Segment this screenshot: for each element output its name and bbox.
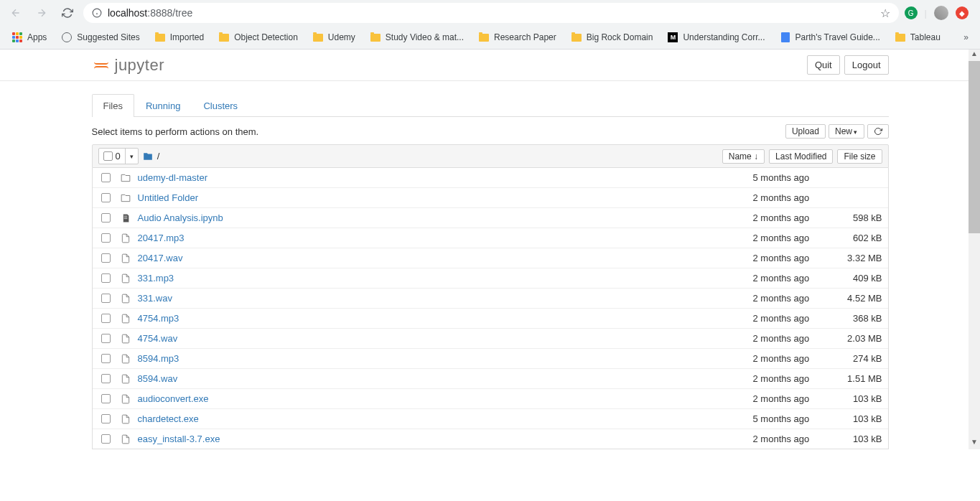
bookmark-item[interactable]: Parth's Travel Guide...	[774, 29, 886, 46]
bookmark-label: Udemy	[328, 32, 355, 42]
row-checkbox[interactable]	[101, 193, 111, 202]
row-checkbox[interactable]	[101, 273, 111, 283]
file-icon	[121, 374, 131, 384]
file-name-link[interactable]: Audio Analysis.ipynb	[138, 212, 746, 223]
toolbar-extensions: G | ◆	[905, 6, 974, 20]
bookmark-label: Big Rock Domain	[587, 32, 653, 42]
file-name-link[interactable]: 331.wav	[138, 293, 746, 304]
file-row: 4754.mp32 months ago368 kB	[93, 309, 888, 329]
file-name-link[interactable]: 8594.wav	[138, 373, 746, 384]
profile-avatar[interactable]	[934, 6, 948, 20]
file-size: 103 kB	[832, 393, 882, 404]
file-modified: 2 months ago	[753, 313, 825, 324]
bookmark-item[interactable]: Imported	[149, 29, 210, 46]
row-checkbox[interactable]	[101, 233, 111, 243]
select-all-checkbox[interactable]	[103, 151, 113, 161]
tab-running[interactable]: Running	[134, 94, 192, 117]
row-checkbox[interactable]	[101, 253, 111, 263]
bookmark-item[interactable]: Apps	[6, 29, 52, 46]
bookmark-label: Understanding Corr...	[683, 32, 765, 42]
file-modified: 5 months ago	[753, 413, 825, 424]
scroll-thumb[interactable]	[969, 61, 980, 233]
file-row: 20417.wav2 months ago3.32 MB	[93, 248, 888, 268]
bookmark-item[interactable]: Object Detection	[213, 29, 304, 46]
bookmark-label: Suggested Sites	[77, 32, 139, 42]
scrollbar[interactable]: ▲ ▼	[969, 50, 980, 449]
file-list-header: 0 ▾ / Name ↓ Last Modified File size	[92, 144, 889, 168]
sort-size-button[interactable]: File size	[837, 149, 882, 164]
bookmark-item[interactable]: Study Video & mat...	[364, 29, 470, 46]
file-name-link[interactable]: 20417.mp3	[138, 233, 746, 243]
file-name-link[interactable]: 8594.mp3	[138, 353, 746, 364]
bookmark-item[interactable]: Research Paper	[472, 29, 562, 46]
extension-icon[interactable]: ◆	[956, 6, 969, 19]
row-checkbox[interactable]	[101, 213, 111, 223]
forward-button[interactable]	[32, 3, 52, 23]
tab-files[interactable]: Files	[92, 94, 134, 117]
file-size: 409 kB	[832, 273, 882, 284]
row-checkbox[interactable]	[101, 354, 111, 363]
row-checkbox[interactable]	[101, 294, 111, 303]
bookmark-label: Study Video & mat...	[386, 32, 464, 42]
file-icon	[121, 354, 131, 364]
jupyter-header: jupyter Quit Logout	[0, 50, 980, 81]
address-bar[interactable]: localhost:8888/tree ☆	[83, 3, 899, 23]
file-name-link[interactable]: udemy-dl-master	[138, 172, 746, 183]
folder-root-icon[interactable]	[143, 151, 153, 161]
sort-modified-button[interactable]: Last Modified	[769, 149, 833, 164]
back-button[interactable]	[6, 3, 26, 23]
file-name-link[interactable]: easy_install-3.7.exe	[138, 434, 746, 444]
row-checkbox[interactable]	[101, 434, 111, 444]
select-all-control[interactable]: 0 ▾	[98, 148, 139, 164]
file-modified: 2 months ago	[753, 393, 825, 404]
jupyter-logo[interactable]: jupyter	[92, 56, 165, 75]
refresh-button[interactable]	[867, 124, 889, 139]
file-icon	[121, 434, 131, 444]
file-icon	[121, 414, 131, 424]
file-size: 3.32 MB	[832, 253, 882, 263]
sort-name-button[interactable]: Name ↓	[722, 149, 765, 164]
file-row: chardetect.exe5 months ago103 kB	[93, 409, 888, 429]
file-name-link[interactable]: chardetect.exe	[138, 413, 746, 424]
select-dropdown-icon[interactable]: ▾	[126, 151, 138, 162]
upload-button[interactable]: Upload	[785, 124, 826, 139]
bookmark-item[interactable]: MUnderstanding Corr...	[661, 29, 770, 46]
file-size: 598 kB	[832, 212, 882, 223]
refresh-icon	[874, 127, 882, 136]
file-name-link[interactable]: 4754.wav	[138, 333, 746, 344]
file-name-link[interactable]: 20417.wav	[138, 253, 746, 263]
bookmark-item[interactable]: Tableau	[889, 29, 946, 46]
new-button[interactable]: New	[829, 124, 864, 139]
scroll-up-icon[interactable]: ▲	[969, 50, 980, 61]
bookmarks-overflow[interactable]: »	[958, 29, 974, 45]
bookmark-item[interactable]: Udemy	[307, 29, 361, 46]
logout-button[interactable]: Logout	[844, 55, 889, 75]
row-checkbox[interactable]	[101, 394, 111, 403]
row-checkbox[interactable]	[101, 173, 111, 182]
bookmark-label: Parth's Travel Guide...	[795, 32, 880, 42]
tab-clusters[interactable]: Clusters	[192, 94, 249, 117]
bookmark-item[interactable]: Suggested Sites	[55, 29, 145, 46]
file-name-link[interactable]: 331.mp3	[138, 273, 746, 284]
browser-chrome: localhost:8888/tree ☆ G | ◆ AppsSuggeste…	[0, 0, 980, 50]
row-checkbox[interactable]	[101, 374, 111, 383]
quit-button[interactable]: Quit	[807, 55, 840, 75]
row-checkbox[interactable]	[101, 414, 111, 423]
row-checkbox[interactable]	[101, 314, 111, 323]
file-name-link[interactable]: audioconvert.exe	[138, 393, 746, 404]
reload-button[interactable]	[57, 3, 78, 23]
star-icon[interactable]: ☆	[880, 6, 890, 20]
sort-arrow-icon: ↓	[754, 151, 758, 161]
file-modified: 2 months ago	[753, 373, 825, 384]
breadcrumb[interactable]: /	[157, 151, 160, 161]
bookmark-item[interactable]: Big Rock Domain	[565, 29, 659, 46]
file-row: 8594.wav2 months ago1.51 MB	[93, 369, 888, 389]
scroll-down-icon[interactable]: ▼	[969, 438, 980, 449]
folder-icon	[121, 173, 131, 183]
bookmark-label: Object Detection	[234, 32, 298, 42]
file-name-link[interactable]: 4754.mp3	[138, 313, 746, 324]
file-name-link[interactable]: Untitled Folder	[138, 192, 746, 203]
file-size: 103 kB	[832, 413, 882, 424]
extension-grammarly-icon[interactable]: G	[905, 6, 918, 19]
row-checkbox[interactable]	[101, 334, 111, 343]
